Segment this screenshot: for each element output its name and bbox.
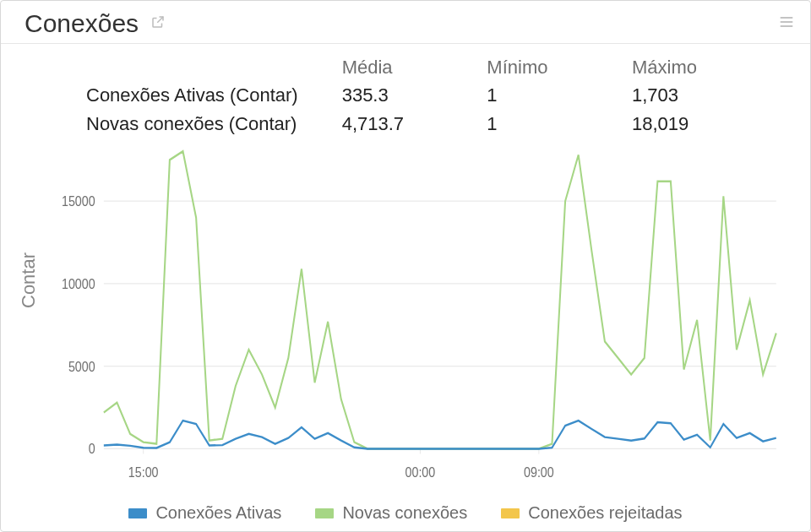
legend-item: Novas conexões (315, 503, 467, 523)
row-media: 335.3 (341, 84, 487, 107)
legend-item: Conexões rejeitadas (501, 503, 682, 523)
svg-text:15000: 15000 (62, 193, 95, 209)
row-max: 1,703 (631, 84, 776, 107)
panel-header: Conexões (1, 1, 810, 44)
legend-label: Conexões Ativas (155, 503, 281, 523)
row-max: 18,019 (631, 112, 776, 136)
chart: Contar 05000100001500015:0000:0009:00 (26, 141, 785, 490)
svg-text:00:00: 00:00 (406, 464, 436, 480)
title-wrap: Conexões (24, 9, 166, 38)
legend-item: Conexões Ativas (128, 503, 281, 523)
y-axis-label: Contar (18, 252, 40, 308)
legend-swatch-yellow (501, 508, 520, 518)
svg-text:10000: 10000 (62, 276, 95, 291)
legend-label: Novas conexões (342, 503, 467, 523)
external-link-icon[interactable] (150, 14, 166, 33)
col-maximo: Máximo (631, 56, 776, 79)
legend-swatch-blue (128, 508, 147, 518)
legend-label: Conexões rejeitadas (528, 503, 682, 523)
table-header-row: Média Mínimo Máximo (85, 56, 776, 79)
svg-text:5000: 5000 (68, 359, 95, 374)
table-row: Novas conexões (Contar) 4,713.7 1 18,019 (85, 112, 776, 136)
svg-text:15:00: 15:00 (128, 464, 159, 480)
panel: Conexões Média Mínimo Máximo (0, 0, 811, 532)
col-minimo: Mínimo (486, 56, 631, 79)
chart-legend: Conexões Ativas Novas conexões Conexões … (1, 498, 810, 531)
stats-table: Média Mínimo Máximo Conexões Ativas (Con… (1, 44, 810, 141)
row-name: Conexões Ativas (Contar) (85, 84, 341, 107)
row-media: 4,713.7 (341, 112, 487, 136)
table-row: Conexões Ativas (Contar) 335.3 1 1,703 (85, 84, 776, 107)
row-name: Novas conexões (Contar) (85, 112, 341, 136)
row-min: 1 (486, 84, 631, 107)
col-media: Média (341, 56, 487, 79)
svg-text:0: 0 (89, 441, 95, 456)
hamburger-menu-icon[interactable] (778, 14, 795, 34)
legend-swatch-green (315, 508, 334, 518)
row-min: 1 (486, 112, 631, 136)
page-title: Conexões (24, 9, 139, 38)
svg-text:09:00: 09:00 (524, 464, 554, 480)
chart-svg: 05000100001500015:0000:0009:00 (26, 141, 785, 490)
